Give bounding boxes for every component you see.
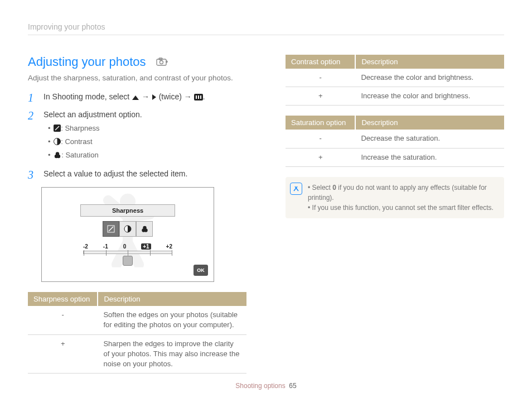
- adjustment-screen-diagram: Sharpness -2 -1 0 +1 +2: [41, 187, 214, 282]
- adjustment-slider[interactable]: -2 -1 0 +1 +2: [83, 243, 172, 254]
- note-line: Select 0 if you do not want to apply any…: [308, 183, 496, 203]
- ok-button[interactable]: OK: [194, 265, 208, 276]
- tick-label: -2: [83, 243, 88, 250]
- step-1: 1 In Shooting mode, select → (twice) → .: [28, 92, 246, 103]
- svg-point-18: [143, 226, 146, 229]
- svg-rect-4: [196, 95, 197, 99]
- page-footer: Shooting options 65: [0, 382, 532, 390]
- table-header: Sharpness option: [28, 292, 98, 306]
- note-line: If you use this function, you cannot set…: [308, 203, 496, 213]
- tick-label: +2: [166, 243, 172, 250]
- left-column: Adjusting your photos Adjust the sharpne…: [28, 55, 246, 384]
- table-row: - Decrease the saturation.: [286, 130, 504, 148]
- section-title: Adjusting your photos: [28, 55, 246, 69]
- tick-label: 0: [123, 243, 127, 250]
- slider-knob[interactable]: [123, 256, 133, 266]
- saturation-icon: [54, 150, 61, 162]
- step-2-body: Select an adjustment option. : Sharpness…: [43, 110, 246, 162]
- saturation-tab[interactable]: [136, 221, 153, 237]
- table-header: Description: [355, 55, 504, 69]
- footer-section: Shooting options: [235, 382, 285, 390]
- table-row: - Soften the edges on your photos (suita…: [28, 306, 246, 334]
- intro-text: Adjust the sharpness, saturation, and co…: [28, 74, 246, 82]
- table-header: Description: [98, 292, 246, 306]
- adjustment-icon-row: [103, 221, 153, 237]
- step-1-body: In Shooting mode, select → (twice) → .: [43, 92, 246, 103]
- right-chevron-icon: [152, 93, 157, 102]
- up-arrow-icon: [132, 93, 139, 102]
- note-box: Select 0 if you do not want to apply any…: [286, 177, 504, 218]
- adjustment-label: Sharpness: [80, 204, 175, 217]
- table-row: + Sharpen the edges to improve the clari…: [28, 334, 246, 374]
- tick-label-active: +1: [141, 243, 151, 250]
- tick-label: -1: [103, 243, 108, 250]
- table-row: + Increase the saturation.: [286, 148, 504, 166]
- table-row: + Increase the color and brightness.: [286, 87, 504, 106]
- contrast-icon: [54, 137, 61, 149]
- option-saturation: : Saturation: [43, 149, 246, 162]
- note-icon: [290, 183, 302, 195]
- page-number: 65: [289, 382, 296, 390]
- svg-rect-0: [157, 59, 166, 65]
- step-3: 3 Select a value to adjust the selected …: [28, 169, 246, 180]
- svg-rect-5: [198, 95, 199, 99]
- step-3-body: Select a value to adjust the selected it…: [43, 169, 246, 180]
- step-number: 3: [28, 169, 38, 180]
- svg-point-11: [56, 152, 59, 155]
- saturation-table: Saturation option Description - Decrease…: [286, 116, 504, 166]
- svg-rect-6: [200, 95, 201, 99]
- step-number: 1: [28, 92, 38, 103]
- adjust-menu-icon: [194, 93, 203, 102]
- svg-point-1: [159, 61, 163, 64]
- sharpness-table: Sharpness option Description - Soften th…: [28, 292, 246, 374]
- table-header: Contrast option: [286, 55, 355, 69]
- table-header: Description: [355, 116, 504, 130]
- sharpness-icon: [54, 123, 61, 136]
- table-row: - Decrease the color and brightness.: [286, 69, 504, 87]
- title-text: Adjusting your photos: [28, 55, 146, 69]
- sharpness-tab[interactable]: [103, 221, 119, 237]
- step-number: 2: [28, 110, 38, 162]
- page-header: Improving your photos: [28, 22, 504, 35]
- option-sharpness: : Sharpness: [43, 122, 246, 136]
- right-column: Contrast option Description - Decrease t…: [286, 55, 504, 384]
- table-header: Saturation option: [286, 116, 355, 130]
- contrast-tab[interactable]: [119, 221, 136, 237]
- contrast-table: Contrast option Description - Decrease t…: [286, 55, 504, 106]
- svg-rect-19: [293, 185, 299, 192]
- camera-plus-icon: [156, 55, 168, 69]
- option-contrast: : Contrast: [43, 136, 246, 149]
- step-2: 2 Select an adjustment option. : Sharpne…: [28, 110, 246, 162]
